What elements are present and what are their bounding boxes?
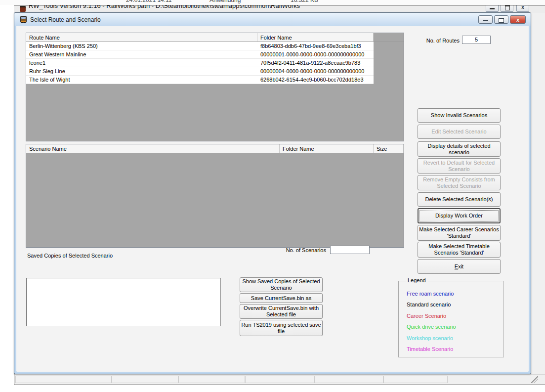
saved-copies-listbox[interactable]	[26, 278, 221, 326]
status-panel	[178, 376, 245, 383]
background-window-title: RW_Tools Version 9.1.16 - RailWorks path…	[29, 5, 300, 9]
make-timetable-standard-button[interactable]: Make Selected Timetable Scenarios 'Stand…	[418, 242, 501, 258]
status-panel	[314, 376, 383, 383]
header-filler	[374, 33, 404, 42]
run-ts2019-button[interactable]: Run TS2019 using selected save file	[240, 320, 323, 336]
explorer-file-size: 16.322 KB	[291, 0, 318, 3]
button-label: Make Selected Career Scenarios 'Standard…	[418, 226, 500, 239]
folder-name-column-header[interactable]: Folder Name	[280, 144, 374, 153]
route-name-cell: Ruhr Sieg Line	[26, 67, 257, 75]
overwrite-currentsave-button[interactable]: Overwrite CurrentSave.bin with Selected …	[240, 304, 323, 319]
route-row[interactable]: The Isle of Wight 6268b042-6154-4ec9-b06…	[26, 76, 374, 84]
maximize-button[interactable]	[501, 5, 513, 12]
scenario-name-column-header[interactable]: Scenario Name	[26, 144, 280, 153]
background-explorer-strip: 24.01.2021 14:11 Anwendung 16.322 KB	[0, 0, 545, 5]
routes-count-label: No. of Routes	[413, 38, 460, 44]
status-bar	[14, 374, 545, 385]
resize-grip[interactable]	[531, 376, 538, 383]
screen: 24.01.2021 14:11 Anwendung 16.322 KB RW_…	[0, 0, 545, 392]
folder-name-column-header[interactable]: Folder Name	[257, 33, 374, 42]
delete-selected-scenarios-button[interactable]: Delete Selected Scenario(s)	[418, 192, 501, 207]
minimize-icon	[483, 20, 488, 21]
close-button[interactable]: x	[516, 5, 529, 12]
route-name-cell: leone1	[26, 59, 257, 67]
minimize-button[interactable]	[486, 5, 499, 12]
status-panel	[15, 376, 112, 383]
display-details-button[interactable]: Display details of selected scenario	[418, 141, 501, 157]
maximize-icon	[499, 18, 504, 23]
remove-empty-consists-button: Remove Empty Consists from Selected Scen…	[418, 175, 501, 190]
train-icon	[20, 15, 27, 23]
explorer-file-type: Anwendung	[210, 0, 241, 3]
button-label: Show Invalid Scenarios	[418, 112, 500, 119]
route-name-cell: The Isle of Wight	[26, 76, 257, 84]
route-folder-cell: 00000004-0000-0000-0000-000000000000	[257, 67, 374, 75]
legend-standard: Standard scenario	[407, 302, 451, 307]
route-row[interactable]: leone1 70f5d4f2-0411-481a-9122-a8ecaac9b…	[26, 59, 374, 67]
route-row[interactable]: Ruhr Sieg Line 00000004-0000-0000-0000-0…	[26, 67, 374, 76]
app-icon	[20, 6, 26, 12]
status-panel	[245, 376, 314, 383]
button-label: Save CurrentSave.bin as	[240, 295, 322, 302]
route-name-cell: Great Western Mainline	[26, 50, 257, 58]
button-label: Display details of selected scenario	[418, 143, 500, 156]
legend-timetable: Timetable Scenario	[407, 346, 453, 352]
scenarios-count-label: No. of Scenarios	[277, 247, 326, 253]
display-work-order-button[interactable]: Display Work Order	[418, 208, 501, 223]
routes-count-field[interactable]: 5	[462, 36, 491, 44]
scenario-list[interactable]: Scenario Name Folder Name Size	[26, 144, 404, 248]
route-folder-cell: 6268b042-6154-4ec9-b060-bcc702dd18e3	[257, 76, 374, 84]
background-window-titlebar: RW_Tools Version 9.1.16 - RailWorks path…	[14, 5, 545, 13]
status-panel	[383, 376, 448, 383]
dialog-close-button[interactable]: x	[510, 15, 526, 24]
edit-selected-scenario-button: Edit Selected Scenario	[418, 125, 501, 139]
button-label: Run TS2019 using selected save file	[240, 322, 322, 335]
route-rows: Berlin-Wittenberg (KBS 250) f8b64803-ddb…	[26, 42, 374, 84]
dialog-title: Select Route and Scenario	[30, 16, 101, 23]
route-list-header: Route Name Folder Name	[26, 33, 404, 42]
legend-quick-drive: Quick drive scenario	[407, 324, 456, 330]
dialog-maximize-button[interactable]	[494, 15, 508, 24]
route-row[interactable]: Berlin-Wittenberg (KBS 250) f8b64803-ddb…	[26, 42, 374, 50]
show-invalid-scenarios-button[interactable]: Show Invalid Scenarios	[418, 108, 501, 123]
scenario-list-header: Scenario Name Folder Name Size	[26, 144, 404, 153]
route-list[interactable]: Route Name Folder Name Berlin-Wittenberg…	[26, 33, 404, 141]
button-label: Edit Selected Scenario	[418, 129, 500, 135]
route-name-column-header[interactable]: Route Name	[26, 33, 257, 42]
button-label: Exit	[418, 263, 500, 270]
legend-title: Legend	[406, 277, 428, 283]
route-row[interactable]: Great Western Mainline 00000001-0000-000…	[26, 50, 374, 59]
button-label: Show Saved Copies of Selected Scenario	[240, 278, 322, 291]
route-folder-cell: 00000001-0000-0000-0000-000000000000	[257, 50, 374, 58]
exit-button[interactable]: Exit	[418, 259, 501, 274]
button-label: Display Work Order	[419, 213, 500, 219]
status-panel	[112, 376, 178, 383]
button-label: Overwrite CurrentSave.bin with Selected …	[240, 305, 322, 318]
dialog-minimize-button[interactable]	[478, 15, 493, 24]
scenarios-count-field[interactable]	[330, 246, 370, 254]
button-label: Delete Selected Scenario(s)	[418, 196, 500, 203]
legend-workshop: Workshop scenario	[407, 335, 453, 341]
size-column-header[interactable]: Size	[374, 144, 404, 153]
saved-copies-label: Saved Copies of Selected Scenario	[27, 253, 113, 259]
revert-to-default-button: Revert to Default for Selected Scenario	[418, 158, 501, 174]
make-career-standard-button[interactable]: Make Selected Career Scenarios 'Standard…	[418, 225, 501, 241]
maximize-icon	[505, 5, 510, 10]
save-currentsave-button[interactable]: Save CurrentSave.bin as	[240, 293, 323, 303]
button-label: Revert to Default for Selected Scenario	[418, 160, 500, 173]
route-folder-cell: f8b64803-ddb6-47bd-9ee8-69e3ceba1bf3	[257, 42, 374, 50]
close-icon: x	[517, 5, 529, 10]
button-label: Make Selected Timetable Scenarios 'Stand…	[418, 243, 500, 256]
legend-career: Career Scenario	[407, 313, 446, 319]
route-name-cell: Berlin-Wittenberg (KBS 250)	[26, 42, 257, 50]
button-label: Remove Empty Consists from Selected Scen…	[418, 176, 500, 189]
dialog-titlebar: Select Route and Scenario x	[14, 13, 531, 26]
explorer-file-date: 24.01.2021 14:11	[126, 0, 172, 3]
show-saved-copies-button[interactable]: Show Saved Copies of Selected Scenario	[240, 277, 323, 292]
legend-free-roam: Free roam scenario	[407, 291, 454, 297]
desktop-background	[0, 385, 545, 392]
legend-groupbox: Legend Free roam scenario Standard scena…	[398, 281, 504, 357]
close-icon: x	[510, 17, 525, 23]
minimize-icon	[490, 8, 495, 9]
route-folder-cell: 70f5d4f2-0411-481a-9122-a8ecaac9b783	[257, 59, 374, 67]
